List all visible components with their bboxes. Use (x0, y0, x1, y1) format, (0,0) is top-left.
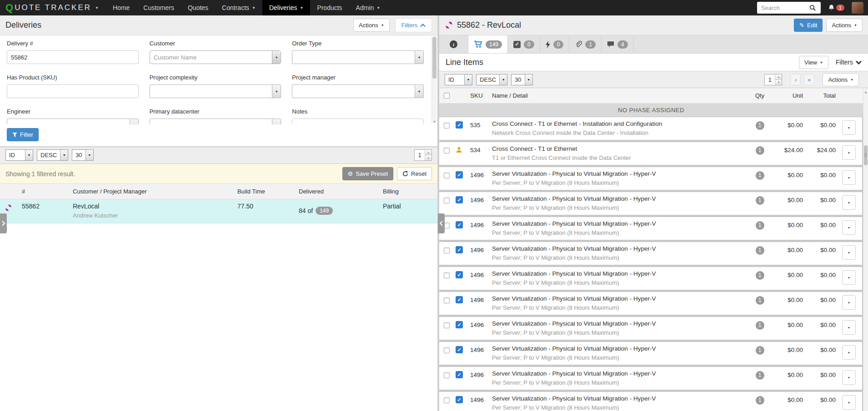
edit-button[interactable]: ✎Edit (794, 19, 823, 32)
has-product-input[interactable] (7, 84, 139, 98)
engineer-select[interactable]: ▼ (7, 119, 139, 124)
row-checkbox[interactable] (444, 272, 450, 278)
view-button[interactable]: View▼ (799, 56, 828, 69)
page-number-input[interactable]: 1 ▲▼ (414, 149, 432, 161)
line-item-row[interactable]: ✓ 535 Cross Connect - T1 or Ethernet - I… (439, 117, 862, 140)
tab-attachments[interactable]: 1 (569, 35, 602, 53)
row-actions-dropdown[interactable]: ▼ (842, 195, 856, 210)
deliveries-filters-toggle[interactable]: Filters (395, 18, 432, 32)
left-panel-expand-handle[interactable] (0, 213, 7, 233)
row-actions-dropdown[interactable]: ▼ (842, 395, 856, 410)
next-page-button[interactable]: › (790, 74, 801, 85)
tab-tasks[interactable]: ✓ 0 (508, 35, 540, 53)
nav-item-products[interactable]: Products (310, 0, 349, 15)
row-checkbox[interactable] (444, 397, 450, 403)
li-sort-direction-select[interactable]: DESC▼ (476, 74, 507, 85)
li-sort-field-select[interactable]: ID▼ (445, 74, 472, 85)
line-item-row[interactable]: ✓ 1496 Server Virtualization - Physical … (439, 242, 862, 265)
row-actions-dropdown[interactable]: ▼ (842, 220, 856, 235)
row-actions-dropdown[interactable]: ▼ (842, 320, 856, 335)
line-item-row[interactable]: ✓ 1496 Server Virtualization - Physical … (439, 267, 862, 290)
filters-scrollbar[interactable]: ▼ (431, 37, 437, 123)
nav-item-deliveries[interactable]: Deliveries▼ (262, 0, 310, 15)
line-item-row[interactable]: ✓ 1496 Server Virtualization - Physical … (439, 167, 862, 190)
spinner-up-icon[interactable]: ▲ (775, 74, 782, 80)
row-checkbox[interactable] (444, 372, 450, 378)
notifications-button[interactable]: 1 (828, 4, 844, 11)
brand-menu[interactable]: Q UOTE TRACKER ▼ (0, 0, 106, 15)
row-checkbox[interactable] (444, 347, 450, 353)
row-checkbox[interactable] (444, 173, 450, 178)
save-preset-button[interactable]: ⚙Save Preset (342, 167, 393, 180)
line-item-row[interactable]: ✓ 1496 Server Virtualization - Physical … (439, 317, 862, 340)
spinner-up-icon[interactable]: ▲ (425, 150, 431, 155)
tab-comments[interactable]: 4 (602, 35, 634, 53)
line-item-row[interactable]: ✓ 1496 Server Virtualization - Physical … (439, 292, 862, 315)
search-button[interactable] (804, 2, 821, 14)
project-complexity-select[interactable]: ▼ (150, 84, 281, 98)
row-checkbox[interactable] (444, 123, 450, 129)
line-item-row[interactable]: ✓ 1496 Server Virtualization - Physical … (439, 192, 862, 215)
filter-submit-button[interactable]: Filter (7, 128, 39, 141)
line-items-filters-toggle[interactable]: Filters (836, 59, 862, 66)
project-manager-select[interactable]: ▼ (292, 84, 424, 98)
li-page-number-input[interactable]: 1 ▲▼ (764, 74, 782, 85)
row-checkbox[interactable] (444, 198, 450, 203)
reset-button[interactable]: Reset (397, 167, 432, 180)
line-item-total-price: $0.00 (803, 370, 836, 378)
scrollbar-down-arrow[interactable]: ▼ (432, 120, 437, 123)
delivery-number-input[interactable] (7, 50, 139, 64)
right-panel-collapse-handle[interactable] (438, 213, 445, 233)
page-size-select[interactable]: 30▼ (72, 149, 93, 161)
scrollbar-up-arrow[interactable]: ▲ (863, 89, 868, 95)
row-actions-dropdown[interactable]: ▼ (842, 120, 856, 135)
last-page-button[interactable]: » (804, 74, 814, 85)
scrollbar-thumb[interactable] (864, 145, 868, 165)
tab-line-items[interactable]: 149 (468, 35, 508, 53)
row-actions-dropdown[interactable]: ▼ (842, 345, 856, 360)
user-avatar[interactable] (852, 2, 863, 14)
detail-actions-button[interactable]: Actions▼ (826, 19, 863, 32)
nav-item-contracts[interactable]: Contracts▼ (215, 0, 262, 15)
nav-item-home[interactable]: Home (106, 0, 136, 15)
nav-item-customers[interactable]: Customers (136, 0, 181, 15)
sort-field-select[interactable]: ID▼ (5, 149, 33, 161)
spinner-down-icon[interactable]: ▼ (425, 155, 431, 160)
nav-item-admin[interactable]: Admin▼ (349, 0, 387, 15)
delivery-row[interactable]: 55862 RevLocal Andrew Kutscher 77.50 84 … (0, 199, 437, 223)
row-checkbox[interactable] (444, 148, 450, 154)
deliveries-actions-button[interactable]: Actions▼ (353, 19, 390, 32)
customer-select[interactable]: Customer Name ▼ (150, 50, 281, 64)
row-actions-dropdown[interactable]: ▼ (842, 170, 856, 185)
order-type-select[interactable]: ▼ (292, 50, 424, 64)
line-items-scrollbar[interactable]: ▲ (863, 89, 868, 411)
row-actions-dropdown[interactable]: ▼ (842, 145, 856, 160)
line-item-row[interactable]: ✓ 1496 Server Virtualization - Physical … (439, 217, 862, 240)
line-item-row[interactable]: ✓ 1496 Server Virtualization - Physical … (439, 367, 862, 390)
scrollbar-thumb[interactable] (432, 37, 437, 79)
tab-info[interactable]: i (439, 35, 468, 53)
refresh-icon[interactable] (445, 21, 453, 30)
primary-datacenter-select[interactable]: ▼ (150, 119, 281, 124)
line-item-row[interactable]: ✓ 1496 Server Virtualization - Physical … (439, 392, 862, 411)
deliveries-panel-title: Deliveries (5, 20, 41, 30)
line-items-actions-button[interactable]: Actions▼ (823, 73, 859, 86)
row-actions-dropdown[interactable]: ▼ (842, 245, 856, 260)
sort-direction-select[interactable]: DESC▼ (37, 149, 68, 161)
select-all-checkbox[interactable] (444, 93, 450, 99)
spinner-down-icon[interactable]: ▼ (775, 80, 782, 85)
li-page-size-select[interactable]: 30▼ (511, 74, 532, 85)
row-actions-dropdown[interactable]: ▼ (842, 370, 856, 385)
line-item-row[interactable]: ✓ 1496 Server Virtualization - Physical … (439, 342, 862, 365)
line-item-row[interactable]: 534 Cross Connect - T1 or Ethernet T1 or… (439, 142, 862, 165)
row-actions-dropdown[interactable]: ▼ (842, 295, 856, 310)
nav-item-quotes[interactable]: Quotes (181, 0, 215, 15)
notes-input[interactable] (292, 119, 424, 124)
row-checkbox[interactable] (444, 248, 450, 253)
row-actions-dropdown[interactable]: ▼ (842, 270, 856, 285)
row-checkbox[interactable] (444, 322, 450, 328)
line-item-unit-price: $24.00 (770, 145, 803, 154)
search-input[interactable] (757, 2, 804, 14)
row-checkbox[interactable] (444, 297, 450, 303)
tab-activity[interactable]: 0 (540, 35, 570, 53)
